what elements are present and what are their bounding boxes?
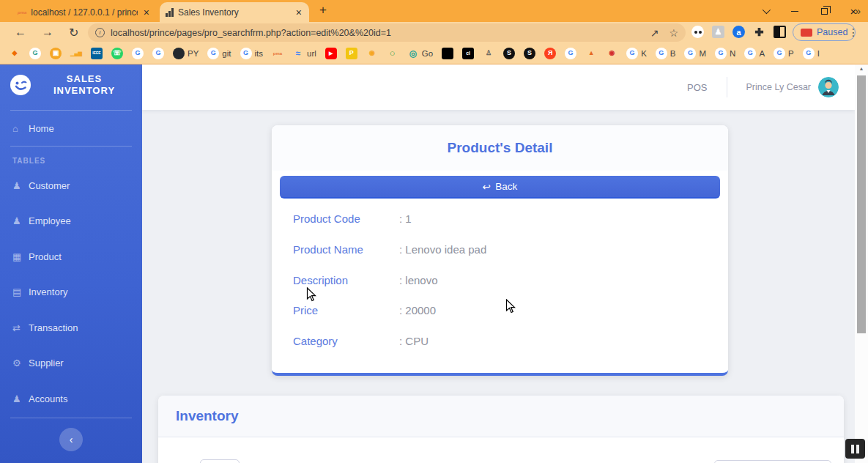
bookmark-item[interactable]: ◉: [366, 48, 378, 59]
tab-phpmyadmin[interactable]: pma localhost / 127.0.0.1 / prince / em …: [12, 2, 157, 22]
sidebar-item[interactable]: ♟ Employee: [0, 204, 142, 240]
tab-sales-inventory[interactable]: Sales Inventory ×: [160, 2, 309, 22]
a-extension-icon[interactable]: a: [732, 26, 745, 38]
bookmark-label: Go: [422, 49, 433, 58]
close-window-button[interactable]: ×: [841, 0, 866, 22]
table-search-input[interactable]: [714, 460, 831, 463]
bookmark-item[interactable]: P: [346, 48, 357, 59]
bookmark-favicon-icon: pma: [272, 48, 283, 59]
bookmark-item[interactable]: G B: [656, 48, 676, 59]
sidebar-item[interactable]: ▦ Product: [0, 239, 142, 275]
sidebar-item-icon: ♟: [12, 393, 29, 404]
bookmark-item[interactable]: IEEE: [91, 48, 103, 59]
bookmark-item[interactable]: [442, 48, 453, 59]
tab-title: localhost / 127.0.0.1 / prince / em: [31, 7, 137, 18]
browser-window: pma localhost / 127.0.0.1 / prince / em …: [0, 0, 868, 463]
sidebar-item[interactable]: ▤ Inventory: [0, 275, 142, 311]
bookmarks-overflow-icon[interactable]: »: [855, 0, 861, 22]
bookmark-item[interactable]: G git: [207, 48, 231, 59]
bookmark-item[interactable]: ♙: [483, 48, 494, 59]
bookmark-favicon-icon: S: [524, 48, 535, 59]
extensions-puzzle-icon[interactable]: [753, 26, 765, 38]
dark-mode-extension-icon[interactable]: [774, 26, 786, 38]
sidebar-item-home[interactable]: ⌂ Home: [0, 119, 142, 137]
bookmark-item[interactable]: S: [524, 48, 535, 59]
back-icon[interactable]: ←: [15, 22, 26, 42]
address-bar[interactable]: i localhost/prince/pages/pro_searchfrm.p…: [88, 23, 686, 42]
bookmark-item[interactable]: ▶: [325, 48, 337, 59]
bookmark-item[interactable]: G N: [715, 48, 735, 59]
minimize-button[interactable]: [782, 0, 807, 22]
bookmark-item[interactable]: PY: [173, 48, 199, 59]
sidebar-item[interactable]: ♟ Accounts: [0, 381, 142, 417]
bookmark-item[interactable]: ○: [387, 48, 398, 59]
sidebar-collapse-button[interactable]: ‹: [59, 428, 83, 451]
bookmark-favicon-icon: G: [626, 48, 638, 59]
bookmark-item[interactable]: ◉: [606, 48, 617, 59]
panda-extension-icon[interactable]: [691, 26, 704, 38]
app-topbar: POS Prince Ly Cesar: [142, 64, 855, 110]
bookmark-favicon-icon: ▁▄▆: [70, 48, 82, 59]
bookmark-item[interactable]: S: [503, 48, 515, 59]
browser-menu-icon[interactable]: ⋮: [848, 22, 858, 42]
url-text[interactable]: localhost/prince/pages/pro_searchfrm.php…: [111, 28, 650, 38]
sidebar-item[interactable]: ⇄ Transaction: [0, 310, 142, 346]
bookmark-item[interactable]: Я: [544, 48, 556, 59]
page-scrollbar[interactable]: ▲: [855, 64, 868, 463]
bookmark-item[interactable]: ▣: [50, 48, 62, 59]
back-button[interactable]: ↩ Back: [280, 176, 720, 199]
bookmark-item[interactable]: G K: [626, 48, 647, 59]
recorder-pause-button[interactable]: [845, 439, 865, 459]
field-value: : 20000: [399, 304, 436, 316]
bookmark-item[interactable]: ◎ Go: [407, 48, 433, 59]
bookmark-item[interactable]: G A: [744, 48, 765, 59]
bookmark-item[interactable]: ≈ url: [292, 48, 316, 59]
scroll-up-icon[interactable]: ▲: [855, 66, 868, 71]
forward-icon[interactable]: →: [42, 22, 53, 42]
avatar[interactable]: [818, 77, 839, 97]
close-tab-icon[interactable]: ×: [142, 7, 151, 18]
bookmark-item[interactable]: ▁▄▆: [70, 48, 82, 59]
share-icon[interactable]: ↗: [650, 27, 659, 39]
bookmark-item[interactable]: G: [152, 48, 164, 59]
sidebar-item[interactable]: ⚙ Supplier: [0, 346, 142, 382]
divider: [10, 418, 132, 418]
sidebar-item[interactable]: ♟ Customer: [0, 168, 142, 204]
bookmark-item[interactable]: G: [132, 48, 144, 59]
phpmyadmin-favicon-icon: pma: [18, 10, 26, 15]
bookmark-favicon-icon: ◉: [606, 48, 617, 59]
bookmark-item[interactable]: G M: [684, 48, 706, 59]
bookmark-item[interactable]: G its: [240, 48, 264, 59]
bookmark-star-icon[interactable]: ☆: [669, 27, 678, 39]
bookmark-item[interactable]: G: [29, 48, 41, 59]
restore-button[interactable]: [812, 0, 837, 22]
reload-icon[interactable]: ↻: [69, 22, 78, 42]
adblock-paused-button[interactable]: Paused: [793, 23, 856, 41]
brand[interactable]: SALES INVENTORY: [0, 73, 142, 97]
close-tab-icon[interactable]: ×: [294, 7, 303, 18]
scrollbar-thumb[interactable]: [857, 75, 866, 333]
site-info-icon[interactable]: i: [95, 28, 105, 37]
bookmark-item[interactable]: pma: [272, 48, 283, 59]
bookmark-item[interactable]: ◆: [9, 48, 21, 59]
new-tab-button[interactable]: +: [319, 3, 327, 18]
sidebar-item-icon: ▦: [12, 251, 29, 262]
bookmark-label: A: [759, 49, 765, 58]
bookmark-item[interactable]: ☏: [111, 48, 123, 59]
user-name[interactable]: Prince Ly Cesar: [746, 82, 811, 92]
sidebar-item-icon: ♟: [12, 180, 29, 191]
bookmark-item[interactable]: cl: [462, 48, 474, 59]
pos-link[interactable]: POS: [687, 82, 707, 93]
bookmark-item[interactable]: G I: [803, 48, 820, 59]
bookmark-favicon-icon: ☏: [111, 48, 123, 59]
profile-extension-icon[interactable]: ♟: [712, 26, 724, 38]
bookmark-favicon-icon: G: [207, 48, 219, 59]
entries-per-page-select[interactable]: [200, 459, 240, 463]
field-value: : Lenovo idea pad: [399, 243, 486, 256]
bookmark-item[interactable]: G: [565, 48, 576, 59]
bookmark-item[interactable]: ▲: [585, 48, 597, 59]
bookmark-item[interactable]: G P: [774, 48, 794, 59]
bookmark-favicon-icon: G: [240, 48, 252, 59]
tab-search-icon[interactable]: [753, 0, 778, 22]
product-field-row: Category : CPU: [272, 335, 728, 349]
